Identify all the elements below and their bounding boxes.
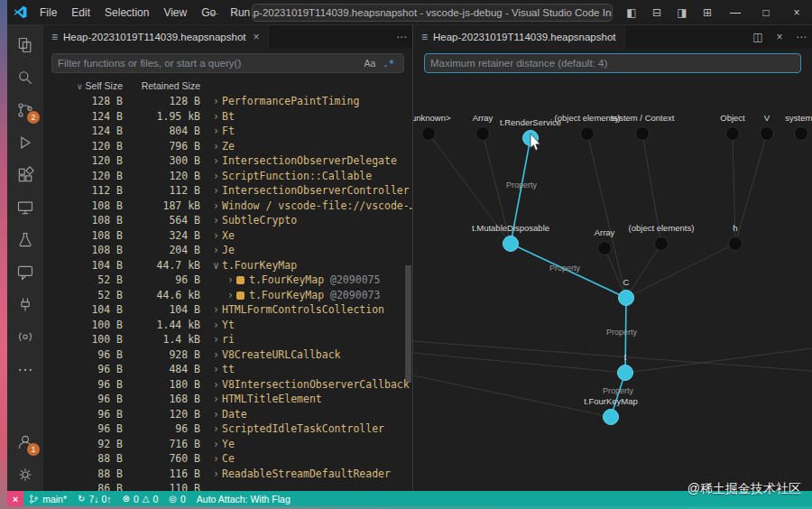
graph-node[interactable] — [618, 366, 633, 381]
navigate-back-icon[interactable]: ← — [207, 5, 222, 19]
expand-chevron-icon[interactable]: › — [213, 437, 222, 452]
retainer-distance-input[interactable] — [430, 58, 795, 69]
table-row[interactable]: 120 B796 B›Ze — [43, 139, 412, 154]
column-self-size[interactable]: ∨Self Size — [43, 80, 126, 91]
table-row[interactable]: 96 B180 B›V8IntersectionObserverCallback — [43, 377, 412, 393]
explorer-icon[interactable] — [7, 29, 43, 61]
table-row[interactable]: 124 B1.95 kB›Bt — [43, 109, 412, 125]
graph-node[interactable] — [581, 127, 595, 141]
expand-chevron-icon[interactable]: › — [213, 124, 222, 139]
expand-chevron-icon[interactable]: › — [227, 288, 236, 303]
graph-node[interactable] — [729, 237, 743, 251]
expand-chevron-icon[interactable]: › — [213, 392, 222, 407]
remote-indicator[interactable]: × — [7, 491, 23, 506]
graph-node[interactable] — [636, 127, 650, 141]
expand-chevron-icon[interactable]: › — [213, 169, 222, 184]
table-row[interactable]: 96 B120 B›Date — [43, 407, 412, 422]
account-icon[interactable]: 1 — [7, 426, 43, 458]
broadcast-icon[interactable] — [7, 321, 43, 354]
branch-indicator[interactable]: main* — [23, 491, 72, 506]
minimize-button[interactable]: — — [720, 0, 751, 25]
table-row[interactable]: 120 B300 B›IntersectionObserverDelegate — [43, 153, 412, 169]
menu-edit[interactable]: Edit — [64, 0, 97, 25]
tab-heapsnapshot-right[interactable]: ≡ Heap-20231019T114039.heapsnapshot — [413, 25, 625, 49]
expand-chevron-icon[interactable]: › — [213, 109, 222, 125]
toggle-secondary-sidebar-icon[interactable]: ◨ — [669, 6, 695, 19]
expand-chevron-icon[interactable]: › — [213, 213, 222, 228]
left-group-more-icon[interactable]: ⋯ — [391, 31, 412, 43]
expand-chevron-icon[interactable]: › — [213, 139, 222, 154]
table-row[interactable]: 100 B1.44 kB›Yt — [43, 318, 412, 333]
plug-icon[interactable] — [7, 289, 43, 321]
table-row[interactable]: 96 B96 B›ScriptedIdleTaskController — [43, 421, 412, 437]
graph-node[interactable] — [655, 237, 669, 251]
counter-indicator[interactable]: ◎ 0 — [163, 491, 191, 506]
table-row[interactable]: 96 B928 B›V8CreateURLCallback — [43, 347, 412, 363]
table-row[interactable]: 104 B44.7 kB∨t.FourKeyMap — [43, 258, 412, 273]
vertical-scrollbar[interactable] — [405, 265, 411, 383]
navigate-forward-icon[interactable]: → — [229, 5, 245, 19]
graph-node[interactable] — [476, 127, 490, 141]
table-row[interactable]: 128 B128 B›PerformancePaintTiming — [43, 94, 412, 109]
expand-chevron-icon[interactable]: ∨ — [213, 258, 222, 273]
table-row[interactable]: 96 B168 B›HTMLTitleElement — [43, 392, 412, 407]
graph-node[interactable] — [503, 236, 519, 252]
menu-file[interactable]: File — [32, 0, 64, 25]
graph-node[interactable] — [726, 127, 740, 141]
right-group-more-icon[interactable]: ⋯ — [790, 31, 812, 43]
expand-chevron-icon[interactable]: › — [213, 421, 222, 437]
tab-close-icon[interactable]: × — [254, 31, 260, 43]
graph-node[interactable] — [422, 127, 436, 141]
table-row[interactable]: 96 B484 B›tt — [43, 362, 412, 377]
expand-chevron-icon[interactable]: › — [213, 183, 222, 199]
table-row[interactable]: 92 B716 B›Ye — [43, 437, 412, 452]
menu-selection[interactable]: Selection — [97, 0, 156, 25]
menu-view[interactable]: View — [156, 0, 194, 25]
remote-explorer-icon[interactable] — [7, 191, 43, 224]
retainer-graph[interactable]: PropertyPropertyPropertyProperty<unknown… — [413, 78, 812, 491]
expand-chevron-icon[interactable]: › — [213, 243, 222, 258]
test-flask-icon[interactable] — [7, 224, 43, 256]
toggle-sidebar-icon[interactable]: ◧ — [619, 6, 644, 19]
table-row[interactable]: 104 B104 B›HTMLFormControlsCollection — [43, 302, 412, 318]
case-sensitive-toggle[interactable]: Aa — [361, 58, 380, 69]
customize-layout-icon[interactable]: ⊞ — [695, 6, 720, 19]
expand-chevron-icon[interactable]: › — [213, 451, 222, 467]
table-row[interactable]: 52 B44.6 kB›t.FourKeyMap @2090073 — [43, 288, 412, 303]
column-retained-size[interactable]: Retained Size — [126, 80, 204, 91]
close-button[interactable]: × — [781, 0, 812, 25]
expand-chevron-icon[interactable]: › — [213, 318, 222, 333]
graph-node[interactable] — [598, 242, 612, 255]
expand-chevron-icon[interactable]: › — [227, 273, 236, 288]
command-center[interactable]: Heap-20231019T114039.heapsnapshot - vsco… — [252, 4, 613, 22]
settings-gear-icon[interactable] — [7, 458, 43, 491]
graph-node[interactable] — [795, 127, 808, 141]
maximize-button[interactable]: □ — [751, 0, 781, 25]
table-row[interactable]: 88 B116 B›ReadableStreamDefaultReader — [43, 467, 412, 482]
more-actions-icon[interactable] — [7, 354, 43, 386]
expand-chevron-icon[interactable]: › — [213, 153, 222, 169]
close-group-icon[interactable]: × — [769, 31, 790, 43]
table-row[interactable]: 124 B804 B›Ft — [43, 124, 412, 139]
expand-chevron-icon[interactable]: › — [213, 332, 222, 347]
run-debug-icon[interactable] — [7, 126, 43, 159]
expand-chevron-icon[interactable]: › — [213, 94, 222, 109]
expand-chevron-icon[interactable]: › — [213, 302, 222, 318]
table-row[interactable]: 52 B96 B›t.FourKeyMap @2090075 — [43, 273, 412, 288]
table-row[interactable]: 108 B324 B›Xe — [43, 228, 412, 244]
chat-icon[interactable] — [7, 256, 43, 289]
expand-chevron-icon[interactable]: › — [213, 347, 222, 363]
auto-attach-indicator[interactable]: Auto Attach: With Flag — [191, 491, 296, 506]
expand-chevron-icon[interactable]: › — [213, 362, 222, 377]
table-row[interactable]: 108 B564 B›SubtleCrypto — [43, 213, 412, 228]
table-row[interactable]: 108 B204 B›Je — [43, 243, 412, 258]
graph-node[interactable] — [761, 127, 774, 141]
regex-toggle[interactable]: .* — [379, 58, 398, 69]
source-control-icon[interactable]: 2 — [7, 94, 43, 126]
graph-node[interactable] — [619, 291, 634, 306]
table-row[interactable]: 100 B1.4 kB›ri — [43, 332, 412, 347]
table-row[interactable]: 88 B760 B›Ce — [43, 451, 412, 467]
filter-input[interactable] — [58, 58, 361, 69]
expand-chevron-icon[interactable]: › — [213, 377, 222, 393]
graph-node[interactable] — [604, 410, 619, 425]
